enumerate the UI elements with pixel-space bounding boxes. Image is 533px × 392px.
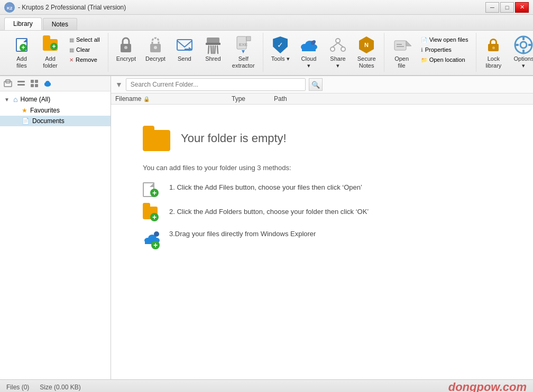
share-dropdown-arrow: ▾ <box>336 62 339 69</box>
sidebar-item-favourites[interactable]: ★ Favourites <box>0 105 111 116</box>
ribbon-group-library: Locklibrary Options ▾ <box>476 33 533 72</box>
share-label: Share ▾ <box>328 55 347 69</box>
search-button[interactable]: 🔍 <box>309 78 323 91</box>
clear-button[interactable]: ▦ Clear <box>66 45 104 54</box>
open-location-button[interactable]: 📁 Open location <box>417 55 472 64</box>
lock-icon <box>484 35 503 54</box>
svg-marker-37 <box>406 41 411 46</box>
empty-title: Your folder is empty! <box>181 132 287 145</box>
svg-rect-55 <box>31 80 34 83</box>
tab-library[interactable]: Library <box>4 17 42 30</box>
method-2: + 2. Click the Add Folders button, choos… <box>143 207 501 219</box>
method1-icon: + <box>143 182 162 197</box>
method2-plus-icon: + <box>150 213 159 221</box>
add-files-button[interactable]: + Addfiles <box>8 33 35 72</box>
add-files-plus-icon: + <box>20 44 27 51</box>
tools-button[interactable]: ✓ Tools ▾ <box>268 33 293 65</box>
shred-button[interactable]: Shred <box>200 33 226 65</box>
cloud-button[interactable]: Cloud ▾ <box>296 33 323 72</box>
open-file-label: Openfile <box>394 55 409 69</box>
files-count: Files (0) <box>6 384 29 391</box>
svg-rect-57 <box>31 84 34 87</box>
app-icon: K2 <box>4 2 15 13</box>
properties-label: Properties <box>425 46 452 53</box>
search-bar: ▼ 🔍 <box>111 76 533 94</box>
select-all-button[interactable]: ▦ Select all <box>66 35 104 44</box>
svg-text:K2: K2 <box>7 6 13 11</box>
ribbon-group-open: Openfile 📄 View open files ℹ Properties … <box>384 33 477 72</box>
content-area: ▼ 🔍 Filename 🔒 Type Path <box>111 76 533 379</box>
folder-plus-icon: + <box>50 43 58 50</box>
svg-rect-56 <box>35 80 38 83</box>
send-button[interactable]: Send <box>171 33 198 65</box>
search-input[interactable] <box>126 78 306 91</box>
method1-text: 1. Click the Add Files button, choose yo… <box>169 182 362 193</box>
empty-state: Your folder is empty! You can add files … <box>111 105 533 379</box>
svg-point-25 <box>313 40 316 43</box>
col-filename: Filename 🔒 <box>115 95 232 102</box>
svg-point-29 <box>331 48 334 51</box>
decrypt-icon <box>146 35 165 54</box>
sidebar-home-btn[interactable] <box>2 78 14 89</box>
add-folder-button[interactable]: + Addfolder <box>37 33 63 72</box>
files-size: Size (0.00 KB) <box>40 384 80 391</box>
sidebar-tree: ▼ ⌂ Home (All) ★ Favourites 📄 Documents <box>0 91 111 379</box>
ribbon-group-encrypt: Encrypt Decrypt Send <box>108 33 263 72</box>
sidebar-cloud-btn[interactable] <box>42 78 53 89</box>
encrypt-icon <box>116 35 135 54</box>
title-bar-left: K2 - Kruptos 2 Professional (Trial versi… <box>4 2 126 13</box>
properties-button[interactable]: ℹ Properties <box>417 45 472 54</box>
open-location-label: Open location <box>429 57 465 63</box>
options-button[interactable]: Options ▾ <box>508 33 533 72</box>
lock-library-label: Locklibrary <box>485 55 501 69</box>
filename-lock-icon: 🔒 <box>143 96 150 102</box>
svg-rect-38 <box>397 44 402 45</box>
tabs-bar: Library Notes <box>0 15 533 31</box>
options-label: Options ▾ <box>512 55 533 69</box>
cloud-label: Cloud ▾ <box>299 55 319 69</box>
send-label: Send <box>178 55 191 62</box>
view-open-files-button[interactable]: 📄 View open files <box>417 35 472 44</box>
svg-point-27 <box>336 39 339 42</box>
self-extractor-button[interactable]: EXE Selfextractor <box>228 33 259 72</box>
sidebar-item-home-all[interactable]: ▼ ⌂ Home (All) <box>0 94 111 105</box>
svg-point-41 <box>520 42 527 48</box>
svg-rect-44 <box>515 44 519 46</box>
minimize-button[interactable]: ─ <box>485 2 499 13</box>
svg-line-32 <box>333 43 338 47</box>
svg-rect-36 <box>394 41 406 50</box>
add-files-icon: + <box>12 35 31 54</box>
encrypt-button[interactable]: Encrypt <box>113 33 140 65</box>
close-button[interactable]: ✕ <box>515 2 529 13</box>
clear-icon: ▦ <box>69 47 74 53</box>
secure-notes-button[interactable]: N SecureNotes <box>354 33 380 72</box>
encrypt-label: Encrypt <box>116 55 136 62</box>
select-all-icon: ▦ <box>69 37 74 43</box>
sidebar-item-documents[interactable]: 📄 Documents <box>0 116 111 126</box>
filter-icon[interactable]: ▼ <box>115 80 123 89</box>
method-1: + 1. Click the Add Files button, choose … <box>143 182 501 197</box>
svg-point-5 <box>154 46 157 49</box>
svg-rect-23 <box>302 47 316 51</box>
lock-library-button[interactable]: Locklibrary <box>481 33 506 72</box>
share-button[interactable]: Share ▾ <box>324 33 351 72</box>
svg-point-67 <box>154 231 159 237</box>
method3-plus-icon: + <box>151 241 160 249</box>
file-actions-group: ▦ Select all ▦ Clear ✕ Remove <box>66 35 104 64</box>
decrypt-button[interactable]: Decrypt <box>142 33 169 65</box>
options-icon <box>514 35 533 54</box>
location-icon: 📁 <box>421 57 427 63</box>
svg-marker-19 <box>242 50 245 53</box>
shred-label: Shred <box>205 55 220 62</box>
svg-rect-39 <box>397 46 404 47</box>
svg-point-62 <box>45 81 50 85</box>
svg-rect-9 <box>206 43 220 45</box>
filename-header: Filename <box>115 95 141 102</box>
sidebar-grid-btn[interactable] <box>29 78 40 89</box>
open-file-button[interactable]: Openfile <box>389 33 415 72</box>
documents-label: Documents <box>32 117 65 125</box>
sidebar-list-btn[interactable] <box>15 78 27 89</box>
maximize-button[interactable]: □ <box>500 2 514 13</box>
remove-button[interactable]: ✕ Remove <box>66 55 104 64</box>
tab-notes[interactable]: Notes <box>43 18 77 30</box>
